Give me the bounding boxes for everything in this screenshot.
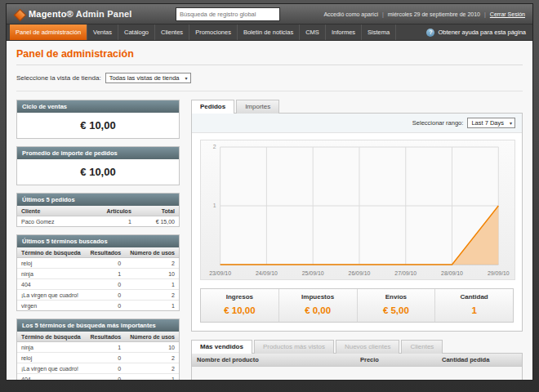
global-search-input[interactable] — [176, 7, 280, 21]
store-view-select[interactable]: Todas las vistas de tienda ▾ — [105, 73, 191, 83]
table-header-row: Término de búsquedaResultadosNúmero de u… — [17, 332, 179, 342]
cell: 1 — [125, 374, 179, 381]
store-view-label: Seleccione la vista de tienda: — [16, 74, 101, 82]
cell: 1 — [125, 279, 179, 290]
tab-clientes[interactable]: Clientes — [401, 340, 443, 354]
column-header: Término de búsqueda — [17, 332, 86, 342]
nav-item-clientes[interactable]: Clientes — [155, 24, 189, 40]
logout-link[interactable]: Cerrar Sesión — [490, 11, 525, 17]
column-header: Nombre del producto — [192, 354, 355, 366]
svg-text:25/09/10: 25/09/10 — [302, 270, 324, 276]
cell: 0 — [86, 258, 125, 269]
tab-importes[interactable]: Importes — [236, 100, 279, 114]
table-row: ¡La virgen que cuadro!02 — [17, 363, 179, 374]
column-header: Precio — [355, 354, 437, 366]
brand-title: Magento® Admin Panel — [29, 9, 132, 19]
title-divider — [16, 65, 523, 65]
stat-envios: Envíos€ 5,00 — [357, 289, 435, 322]
column-header: Cliente — [17, 206, 82, 216]
logged-in-as-text: Accedió como aparici — [323, 11, 378, 17]
cell: 0 — [86, 279, 125, 290]
cell: 10 — [125, 342, 179, 353]
table-row: 40401 — [17, 374, 179, 381]
store-view-value: Todas las vistas de tienda — [109, 74, 180, 82]
cell: ninja — [17, 342, 86, 353]
column-header: Cantidad pedida — [437, 354, 522, 366]
header-date: miércoles 29 de septiembre de 2010 — [388, 11, 480, 17]
bottom-section: Más vendidosProductos más vistosNuevos c… — [191, 340, 523, 380]
svg-text:2: 2 — [213, 144, 216, 149]
chevron-down-icon: ▾ — [510, 120, 512, 126]
cell: 404 — [17, 374, 86, 381]
cell: 2 — [125, 353, 179, 363]
brand-text: Magento® — [29, 9, 74, 19]
nav-item-sistema[interactable]: Sistema — [362, 24, 396, 40]
help-link[interactable]: ? Obtener ayuda para esta página — [423, 24, 529, 40]
cell: 1 — [86, 342, 125, 353]
card-last-orders: Últimos 5 pedidos ClienteArtículosTotalP… — [16, 193, 180, 227]
tab-productos-mas-vistos[interactable]: Productos más vistos — [254, 340, 334, 354]
main-nav: Panel de administraciónVentasCatálogoCli… — [7, 24, 532, 41]
nav-item-panel-de-administracion[interactable]: Panel de administración — [10, 24, 87, 40]
table-row: ninja110 — [17, 342, 179, 353]
svg-text:26/09/10: 26/09/10 — [349, 270, 371, 276]
nav-item-catalogo[interactable]: Catálogo — [118, 24, 155, 40]
table-row: ninja110 — [17, 269, 179, 279]
table-row: 40401 — [17, 279, 179, 290]
cell: reloj — [17, 353, 86, 363]
last-orders-table: ClienteArtículosTotalPaco Gomez1€ 15,00 — [17, 206, 179, 226]
table-row: virgen01 — [17, 301, 179, 311]
stat-impuestos: Impuestos€ 0,00 — [278, 289, 357, 322]
magento-diamond-icon — [14, 8, 27, 21]
admin-window: Magento® Admin Panel Accedió como aparic… — [6, 3, 533, 381]
range-value: Last 7 Days — [471, 119, 504, 127]
range-select[interactable]: Last 7 Days ▾ — [467, 118, 515, 128]
column-header: Total — [136, 206, 179, 216]
column-header: Término de búsqueda — [17, 247, 86, 258]
dashboard-sidebar: Ciclo de ventas € 10,00 Promedio de impo… — [16, 100, 180, 380]
header-user-info: Accedió como aparici | miércoles 29 de s… — [323, 11, 525, 17]
bottom-tabs: Más vendidosProductos más vistosNuevos c… — [191, 340, 523, 354]
help-icon: ? — [426, 29, 434, 37]
stat-cantidad: Cantidad1 — [434, 289, 513, 322]
cell: 0 — [86, 353, 125, 363]
nav-item-informes[interactable]: Informes — [326, 24, 362, 40]
tab-mas-vendidos[interactable]: Más vendidos — [191, 340, 252, 354]
cell: ¡La virgen que cuadro! — [17, 363, 86, 374]
card-top-search-terms: Los 5 términos de búsqueda más important… — [16, 318, 180, 380]
nav-item-boletin-de-noticias[interactable]: Boletín de noticias — [238, 24, 300, 40]
stat-ingresos: Ingresos€ 10,00 — [201, 289, 278, 322]
average-orders-value: € 10,00 — [17, 159, 179, 185]
card-title: Últimos 5 términos buscados — [17, 235, 179, 247]
tab-nuevos-clientes[interactable]: Nuevos clientes — [336, 340, 399, 354]
page-content: Panel de administración Seleccione la vi… — [7, 41, 532, 380]
products-header: Nombre del productoPrecioCantidad pedida — [192, 354, 522, 367]
lifetime-sales-value: € 10,00 — [17, 113, 179, 138]
nav-item-ventas[interactable]: Ventas — [87, 24, 118, 40]
stat-value: € 0,00 — [305, 305, 331, 315]
cell: 2 — [125, 290, 179, 301]
cell: virgen — [17, 301, 86, 311]
column-header: Número de usos — [125, 332, 179, 342]
nav-item-promociones[interactable]: Promociones — [189, 24, 238, 40]
chevron-down-icon: ▾ — [185, 75, 188, 81]
cell: 0 — [86, 301, 125, 311]
table-row: Paco Gomez1€ 15,00 — [17, 216, 179, 227]
products-empty-message: No se encontraron registros. — [192, 367, 522, 380]
nav-item-cms[interactable]: CMS — [300, 24, 326, 40]
card-lifetime-sales: Ciclo de ventas € 10,00 — [16, 100, 180, 139]
cell: 0 — [86, 374, 125, 381]
card-title: Promedio de importe de pedidos — [17, 147, 179, 159]
dashboard-main: PedidosImportes Seleccionar rango: Last … — [191, 100, 523, 380]
cell: ¡La virgen que cuadro! — [17, 290, 86, 301]
tab-pedidos[interactable]: Pedidos — [191, 100, 234, 114]
table-row: reloj02 — [17, 258, 179, 269]
svg-text:27/09/10: 27/09/10 — [394, 270, 416, 276]
stat-label: Impuestos — [279, 293, 357, 301]
cell: 0 — [86, 290, 125, 301]
column-header: Artículos — [82, 206, 135, 216]
stat-label: Cantidad — [435, 293, 513, 301]
cell: Paco Gomez — [17, 216, 82, 227]
stat-value: € 5,00 — [383, 305, 409, 315]
diagram-tabs: PedidosImportes — [191, 100, 523, 114]
